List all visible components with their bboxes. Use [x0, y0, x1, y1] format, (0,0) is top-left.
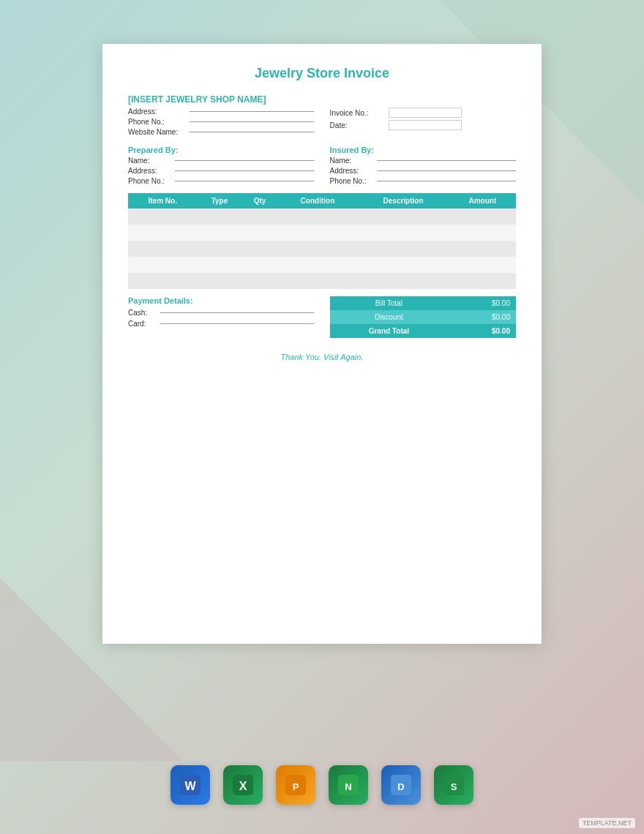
insured-block: Insured By: Name: Address: Phone No.:	[330, 146, 516, 187]
ins-address-row: Address:	[330, 167, 516, 175]
numbers-icon[interactable]: N	[329, 765, 368, 805]
insured-by-title: Insured By:	[330, 146, 516, 154]
info-left: Address: Phone No.: Website Name:	[128, 108, 314, 138]
svg-text:W: W	[184, 780, 196, 792]
prep-name-label: Name:	[128, 157, 172, 165]
info-section: Address: Phone No.: Website Name: Invoic…	[128, 108, 516, 138]
cash-line	[160, 312, 314, 313]
payment-right: Bill Total $0.00 Discount $0.00 Grand To…	[330, 296, 516, 338]
info-right: Invoice No.: Date:	[330, 108, 516, 138]
website-line	[190, 132, 314, 132]
bill-total-label: Bill Total	[330, 296, 449, 310]
prep-phone-line	[175, 181, 314, 181]
prep-phone-row: Phone No.:	[128, 177, 314, 185]
table-row	[128, 257, 516, 273]
website-label: Website Name:	[128, 128, 187, 136]
phone-line	[190, 121, 314, 122]
prep-address-row: Address:	[128, 167, 314, 175]
table-row	[128, 241, 516, 257]
svg-text:N: N	[345, 781, 351, 792]
cash-label: Cash:	[128, 309, 157, 317]
phone-label: Phone No.:	[128, 118, 187, 126]
date-box[interactable]	[389, 120, 462, 130]
prepared-block: Prepared By: Name: Address: Phone No.:	[128, 146, 314, 187]
thank-you-text: Thank You. Visit Again.	[128, 353, 516, 361]
gdocs-icon[interactable]: D	[381, 765, 421, 805]
invoice-table: Item No. Type Qty Condition Description …	[128, 193, 516, 289]
cash-row: Cash:	[128, 309, 314, 317]
prep-phone-label: Phone No.:	[128, 177, 172, 185]
ins-address-line	[377, 170, 516, 171]
ins-phone-label: Phone No.:	[330, 177, 374, 185]
discount-label: Discount	[330, 310, 449, 324]
bill-total-value: $0.00	[448, 296, 516, 310]
grand-total-row: Grand Total $0.00	[330, 324, 516, 338]
prepared-insured-section: Prepared By: Name: Address: Phone No.: I…	[128, 146, 516, 187]
col-description: Description	[357, 193, 449, 209]
grand-total-label: Grand Total	[330, 324, 449, 338]
invoice-title: Jewelry Store Invoice	[128, 66, 516, 81]
svg-text:S: S	[451, 781, 457, 792]
col-type: Type	[197, 193, 242, 209]
website-row: Website Name:	[128, 128, 314, 136]
payment-section: Payment Details: Cash: Card: Bill Total …	[128, 296, 516, 338]
payment-left: Payment Details: Cash: Card:	[128, 296, 314, 331]
date-label: Date:	[330, 121, 389, 129]
card-row: Card:	[128, 320, 314, 328]
col-condition: Condition	[278, 193, 358, 209]
address-label: Address:	[128, 108, 187, 116]
address-line	[190, 111, 314, 112]
prep-name-row: Name:	[128, 157, 314, 165]
invoice-no-row: Invoice No.:	[330, 108, 516, 118]
svg-text:D: D	[397, 781, 404, 792]
address-row: Address:	[128, 108, 314, 116]
table-row	[128, 225, 516, 241]
gsheets-icon[interactable]: S	[434, 765, 473, 805]
ins-name-row: Name:	[330, 157, 516, 165]
word-icon[interactable]: W	[171, 765, 210, 805]
col-amount: Amount	[449, 193, 516, 209]
payment-details-label: Payment Details:	[128, 296, 314, 305]
pages-icon[interactable]: P	[276, 765, 315, 805]
date-row: Date:	[330, 120, 516, 130]
table-row	[128, 273, 516, 289]
invoice-paper: Jewelry Store Invoice [INSERT JEWELRY SH…	[102, 44, 542, 644]
phone-row: Phone No.:	[128, 118, 314, 126]
ins-name-label: Name:	[330, 157, 374, 165]
ins-address-label: Address:	[330, 167, 374, 175]
grand-total-value: $0.00	[448, 324, 516, 338]
col-qty: Qty	[242, 193, 277, 209]
shop-name: [INSERT JEWELRY SHOP NAME]	[128, 94, 516, 105]
totals-table: Bill Total $0.00 Discount $0.00 Grand To…	[330, 296, 516, 338]
invoice-no-box[interactable]	[389, 108, 462, 118]
prepared-by-title: Prepared By:	[128, 146, 314, 154]
bill-total-row: Bill Total $0.00	[330, 296, 516, 310]
watermark: TEMPLATE.NET	[579, 818, 635, 828]
discount-value: $0.00	[448, 310, 516, 324]
prep-name-line	[175, 160, 314, 161]
prep-address-label: Address:	[128, 167, 172, 175]
svg-text:X: X	[239, 780, 247, 792]
card-label: Card:	[128, 320, 157, 328]
prep-address-line	[175, 170, 314, 171]
svg-text:P: P	[293, 781, 299, 792]
app-icons-bar: W X P N D S	[171, 765, 473, 805]
invoice-no-label: Invoice No.:	[330, 109, 389, 117]
table-header-row: Item No. Type Qty Condition Description …	[128, 193, 516, 209]
table-row	[128, 209, 516, 225]
card-line	[160, 323, 314, 324]
excel-icon[interactable]: X	[223, 765, 263, 805]
ins-phone-line	[377, 181, 516, 181]
ins-phone-row: Phone No.:	[330, 177, 516, 185]
ins-name-line	[377, 160, 516, 161]
discount-row: Discount $0.00	[330, 310, 516, 324]
col-item-no: Item No.	[128, 193, 197, 209]
